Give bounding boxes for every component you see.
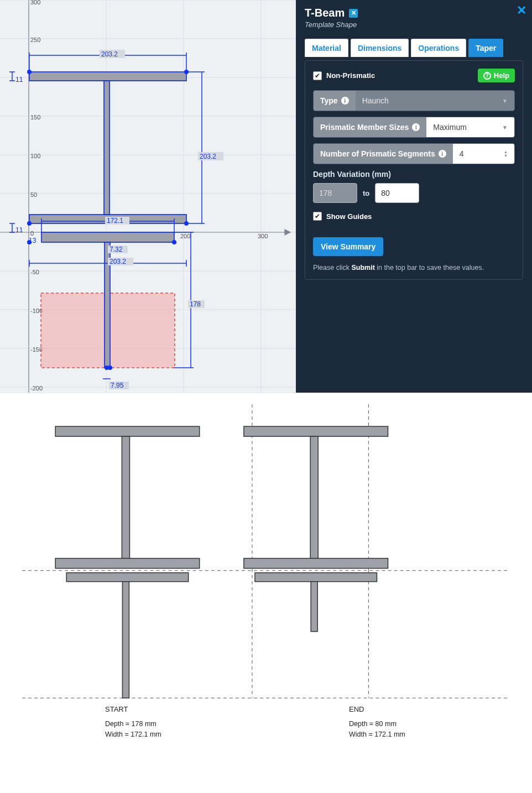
svg-rect-78 xyxy=(311,582,317,632)
svg-point-57 xyxy=(108,366,112,370)
tab-taper[interactable]: Taper xyxy=(468,39,503,57)
dim: 7.95 xyxy=(111,382,124,389)
depth-to-input[interactable]: 80 xyxy=(375,183,419,203)
svg-rect-71 xyxy=(55,559,200,568)
dim: 203.2 xyxy=(200,153,216,160)
ytick: 150 xyxy=(30,114,40,121)
svg-marker-16 xyxy=(285,229,290,235)
svg-rect-69 xyxy=(55,426,200,436)
ytick: -50 xyxy=(30,269,39,275)
depth-label: Depth Variation (mm) xyxy=(313,170,515,179)
view-summary-button[interactable]: View Summary xyxy=(313,237,383,256)
dim: 172.1 xyxy=(107,217,123,225)
dim: 7.32 xyxy=(109,246,123,253)
pms-field: Prismatic Member Sizesi Maximum▼ xyxy=(313,117,515,138)
non-prismatic-label: Non-Prismatic xyxy=(326,71,375,80)
end-depth: Depth = 80 mm xyxy=(349,719,510,729)
ytick: 0 xyxy=(30,230,34,237)
info-icon[interactable]: i xyxy=(439,150,446,158)
dim: 11 xyxy=(15,76,23,84)
nps-input[interactable]: 4 ▲▼ xyxy=(453,144,514,164)
to-label: to xyxy=(363,189,369,197)
dim: 178 xyxy=(190,300,201,308)
svg-point-52 xyxy=(27,221,32,226)
help-button[interactable]: ? Help xyxy=(478,69,515,82)
info-icon[interactable]: i xyxy=(412,123,420,131)
start-depth: Depth = 178 mm xyxy=(105,719,266,729)
panel-title: T-Beam ✕ xyxy=(305,7,523,19)
start-width: Width = 172.1 mm xyxy=(105,729,266,740)
ytick: 250 xyxy=(30,36,40,43)
non-prismatic-checkbox[interactable]: ✔ xyxy=(313,71,322,80)
svg-rect-76 xyxy=(244,559,388,568)
ytick: 300 xyxy=(30,0,40,6)
svg-point-53 xyxy=(184,221,189,226)
dim: 203.2 xyxy=(109,258,126,265)
svg-rect-77 xyxy=(255,573,377,582)
svg-rect-21 xyxy=(41,232,174,242)
xtick: 300 xyxy=(258,233,268,239)
svg-rect-18 xyxy=(29,72,186,81)
dim: 13 xyxy=(29,237,36,244)
show-guides-checkbox[interactable]: ✔ xyxy=(313,212,322,221)
nps-field: Number of Prismatic Segmentsi 4 ▲▼ xyxy=(313,143,515,164)
tab-material[interactable]: Material xyxy=(305,39,348,57)
svg-point-55 xyxy=(172,240,176,244)
tab-dimensions[interactable]: Dimensions xyxy=(351,39,409,57)
depth-from-input: 178 xyxy=(313,183,357,203)
ytick: 100 xyxy=(30,153,40,159)
section-canvas[interactable]: 300 250 200 150 100 50 0 -50 -100 -150 -… xyxy=(0,0,296,393)
start-title: START xyxy=(105,705,266,713)
svg-rect-72 xyxy=(66,573,188,582)
chevron-down-icon: ▼ xyxy=(502,98,508,104)
clipboard-icon[interactable]: ✕ xyxy=(349,9,358,18)
end-title: END xyxy=(349,705,510,713)
dim: 203.2 xyxy=(101,50,118,58)
xtick: 200 xyxy=(180,233,190,239)
svg-point-51 xyxy=(184,70,189,74)
save-note: Please click Submit in the top bar to sa… xyxy=(313,264,515,272)
show-guides-label: Show Guides xyxy=(326,212,372,221)
tabs: Material Dimensions Operations Taper xyxy=(305,39,523,57)
stepper-icon[interactable]: ▲▼ xyxy=(504,150,508,158)
type-field: Typei Haunch▼ xyxy=(313,90,515,111)
dim: 11 xyxy=(15,226,23,234)
svg-rect-75 xyxy=(310,436,318,558)
info-icon[interactable]: i xyxy=(341,97,349,105)
panel-subtitle: Template Shape xyxy=(305,20,523,29)
ytick: -200 xyxy=(30,385,43,392)
ytick: 50 xyxy=(30,191,37,198)
svg-rect-73 xyxy=(122,582,129,698)
pms-select[interactable]: Maximum▼ xyxy=(426,117,514,137)
help-icon: ? xyxy=(483,72,491,80)
svg-rect-19 xyxy=(104,81,109,215)
svg-rect-74 xyxy=(244,426,388,436)
section-panel: ✕ T-Beam ✕ Template Shape Material Dimen… xyxy=(296,0,532,393)
close-icon[interactable]: ✕ xyxy=(517,3,526,18)
taper-body: ✔ Non-Prismatic ? Help Typei Haunch▼ Pri… xyxy=(305,60,523,280)
taper-preview: START Depth = 178 mm Width = 172.1 mm EN… xyxy=(0,393,532,762)
end-width: Width = 172.1 mm xyxy=(349,729,510,740)
type-select[interactable]: Haunch▼ xyxy=(356,91,514,111)
tab-operations[interactable]: Operations xyxy=(411,39,466,57)
svg-rect-70 xyxy=(122,436,129,558)
svg-point-50 xyxy=(27,70,32,74)
chevron-down-icon: ▼ xyxy=(502,124,508,131)
